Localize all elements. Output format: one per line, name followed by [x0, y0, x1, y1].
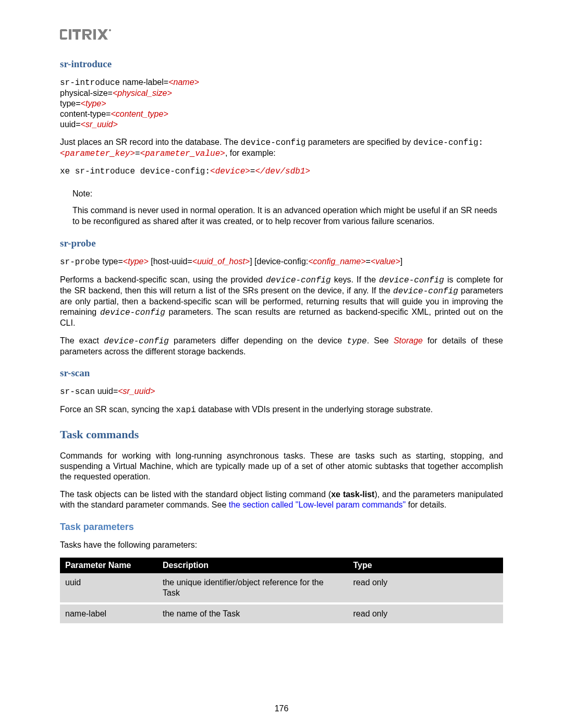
- inline-code: device-config: [393, 287, 458, 296]
- param: <sr_uuid>: [118, 387, 155, 396]
- cell-name: uuid: [60, 573, 157, 603]
- text: type=: [60, 99, 81, 108]
- param: <device>: [210, 167, 250, 176]
- text: The task objects can be listed with the …: [60, 490, 331, 499]
- text: type=: [100, 257, 123, 266]
- paragraph: Commands for working with long-running a…: [60, 451, 503, 482]
- param: <value>: [371, 257, 400, 266]
- cell-type: read only: [348, 573, 504, 603]
- heading-task-parameters: Task parameters: [60, 522, 503, 533]
- task-parameters-table: Parameter Name Description Type uuid the…: [60, 558, 503, 623]
- heading-sr-introduce: sr-introduce: [60, 58, 503, 70]
- text: physical-size=: [60, 89, 113, 97]
- heading-task-commands: Task commands: [60, 428, 503, 441]
- text: Force an SR scan, syncing the: [60, 405, 176, 414]
- heading-sr-scan: sr-scan: [60, 367, 503, 379]
- paragraph: The task objects can be listed with the …: [60, 489, 503, 510]
- syntax-sr-probe: sr-probe type=<type> [host-uuid=<uuid_of…: [60, 256, 503, 267]
- text: , for example:: [225, 149, 276, 157]
- note-label: Note:: [72, 184, 500, 200]
- param: <sr_uuid>: [81, 120, 118, 129]
- text: [host-uuid=: [149, 257, 192, 266]
- bold-text: xe task-list: [331, 490, 374, 499]
- param: <type>: [81, 99, 106, 108]
- page-number: 176: [0, 704, 563, 713]
- th-description: Description: [157, 558, 348, 573]
- inline-code: device-config:: [413, 138, 483, 147]
- inline-code: device-config: [100, 308, 165, 317]
- link-low-level-param[interactable]: the section called "Low-level param comm…: [229, 500, 406, 509]
- svg-rect-4: [76, 29, 78, 40]
- inline-code: device-config: [379, 276, 444, 285]
- inline-code: device-config: [241, 138, 306, 147]
- text: database with VDIs present in the underl…: [196, 405, 433, 414]
- heading-sr-probe: sr-probe: [60, 238, 503, 249]
- text: for details.: [406, 500, 446, 509]
- param: <type>: [123, 257, 149, 266]
- syntax-sr-scan: sr-scan uuid=<sr_uuid>: [60, 386, 503, 397]
- param: <config_name>: [308, 257, 365, 266]
- paragraph: The exact device-config parameters diffe…: [60, 336, 503, 357]
- cell-name: name-label: [60, 603, 157, 623]
- cell-desc: the name of the Task: [157, 603, 348, 623]
- syntax-sr-introduce: sr-introduce name-label=<name> physical-…: [60, 77, 503, 130]
- text: =: [366, 257, 371, 266]
- text: Just places an SR record into the databa…: [60, 138, 241, 146]
- table-header-row: Parameter Name Description Type: [60, 558, 503, 573]
- inline-code: type: [347, 337, 366, 346]
- cmd: sr-probe: [60, 257, 100, 267]
- text: uuid=: [60, 120, 81, 129]
- text: keys. If the: [331, 275, 379, 284]
- svg-rect-2: [69, 29, 71, 40]
- inline-code: device-config: [266, 276, 331, 285]
- text: name-label=: [120, 78, 168, 87]
- paragraph: Tasks have the following parameters:: [60, 540, 503, 550]
- param: <parameter_key>: [60, 149, 135, 158]
- text: ]: [400, 257, 402, 266]
- text: parameters differ depending on the devic…: [169, 336, 347, 345]
- cell-type: read only: [348, 603, 504, 623]
- param: <content_type>: [111, 109, 168, 118]
- svg-rect-5: [93, 29, 96, 40]
- text: xe sr-introduce device-config:: [60, 167, 210, 176]
- svg-rect-1: [62, 31, 68, 38]
- text: . See: [367, 336, 394, 345]
- param: </dev/sdb1>: [255, 167, 310, 176]
- cmd: sr-introduce: [60, 78, 120, 88]
- th-type: Type: [348, 558, 504, 573]
- param: <uuid_of_host>: [192, 257, 250, 266]
- cmd: sr-scan: [60, 387, 95, 397]
- text: The exact: [60, 336, 104, 345]
- param: <parameter_value>: [140, 149, 225, 158]
- text: content-type=: [60, 109, 111, 118]
- text: uuid=: [95, 387, 118, 396]
- paragraph: Force an SR scan, syncing the xapi datab…: [60, 404, 503, 415]
- note-block: Note: This command is never used in norm…: [69, 184, 503, 227]
- table-row: uuid the unique identifier/object refere…: [60, 573, 503, 603]
- text: parameters are specified by: [305, 138, 413, 146]
- param: <physical_size>: [113, 89, 172, 97]
- svg-point-6: [109, 29, 111, 31]
- document-page: sr-introduce sr-introduce name-label=<na…: [0, 0, 563, 728]
- note-body: This command is never used in normal ope…: [72, 205, 500, 227]
- inline-code: xapi: [176, 405, 195, 415]
- param: <name>: [168, 78, 199, 87]
- table-row: name-label the name of the Task read onl…: [60, 603, 503, 623]
- citrix-logo: [60, 26, 503, 44]
- paragraph: Just places an SR record into the databa…: [60, 137, 503, 159]
- paragraph: Performs a backend-specific scan, using …: [60, 275, 503, 328]
- inline-code: =: [135, 149, 140, 158]
- link-storage[interactable]: Storage: [394, 336, 423, 345]
- code-example: xe sr-introduce device-config:<device>=<…: [60, 166, 503, 177]
- text: Performs a backend-specific scan, using …: [60, 275, 266, 284]
- th-parameter-name: Parameter Name: [60, 558, 157, 573]
- text: ] [device-config:: [250, 257, 308, 266]
- inline-code: device-config: [104, 337, 169, 346]
- cell-desc: the unique identifier/object reference f…: [157, 573, 348, 603]
